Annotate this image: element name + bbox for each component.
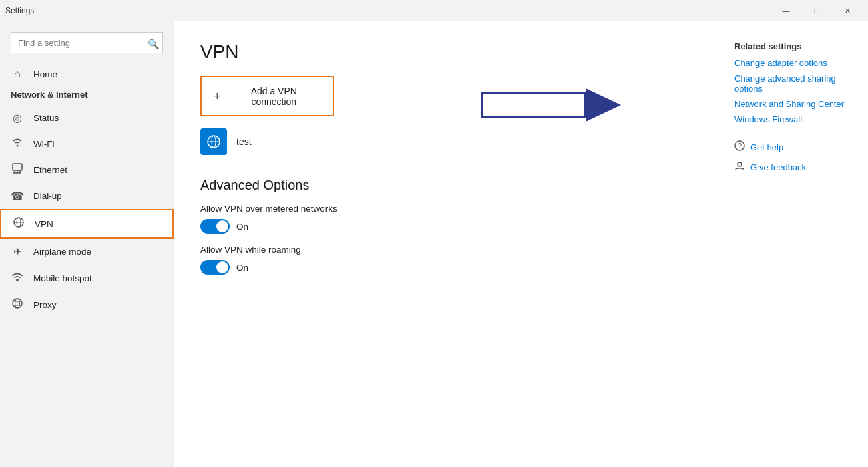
titlebar: Settings — □ ✕ [0,0,868,21]
dialup-icon: ☎ [11,190,24,202]
svg-rect-12 [482,93,586,117]
app-title: Settings [5,6,34,15]
roaming-toggle-row: On [200,260,694,275]
hotspot-label: Mobile hotspot [33,273,92,283]
search-input[interactable] [11,32,163,53]
vpn-connection-icon [200,128,227,155]
related-link-adapter[interactable]: Change adapter options [734,58,855,68]
svg-rect-0 [13,164,22,170]
svg-point-9 [15,299,20,308]
svg-point-18 [738,162,742,166]
sidebar-item-proxy[interactable]: Proxy [0,291,174,318]
roaming-label: Allow VPN while roaming [200,245,694,255]
vpn-connection-item[interactable]: test [200,122,694,162]
section-label: Network & Internet [0,87,174,105]
close-button[interactable]: ✕ [832,0,863,21]
window-controls: — □ ✕ [771,0,863,21]
related-link-firewall[interactable]: Windows Firewall [734,114,855,124]
sidebar-item-airplane[interactable]: ✈ Airplane mode [0,239,174,265]
metered-toggle-row: On [200,219,694,234]
add-vpn-button[interactable]: + Add a VPN connection [200,76,334,116]
sidebar-item-hotspot[interactable]: Mobile hotspot [0,265,174,291]
main-content: VPN + Add a VPN connection test [174,21,721,467]
sidebar-item-wifi[interactable]: Wi-Fi [0,131,174,156]
svg-point-7 [16,279,19,281]
home-icon: ⌂ [11,68,24,80]
search-icon-button[interactable]: 🔍 [148,39,159,49]
option-metered-networks: Allow VPN over metered networks On [200,204,694,234]
get-help-item[interactable]: ? Get help [734,140,855,154]
give-feedback-item[interactable]: Give feedback [734,160,855,174]
get-help-link[interactable]: Get help [750,142,783,152]
minimize-button[interactable]: — [771,0,801,21]
svg-text:?: ? [738,142,742,150]
app-container: 🔍 ⌂ Home Network & Internet ◎ Status Wi-… [0,21,868,467]
metered-networks-label: Allow VPN over metered networks [200,204,694,214]
vpn-icon [12,217,25,230]
proxy-label: Proxy [33,300,57,310]
metered-networks-toggle[interactable] [200,219,230,234]
airplane-label: Airplane mode [33,247,91,257]
proxy-icon [11,298,24,311]
option-roaming: Allow VPN while roaming On [200,245,694,275]
wifi-icon [11,138,24,150]
maximize-button[interactable]: □ [801,0,832,21]
sidebar: 🔍 ⌂ Home Network & Internet ◎ Status Wi-… [0,21,174,467]
add-vpn-label: Add a VPN connection [228,86,320,107]
plus-icon: + [214,90,221,104]
svg-marker-13 [586,88,621,122]
status-icon: ◎ [11,112,24,124]
status-label: Status [33,113,59,123]
search-container: 🔍 [0,27,174,61]
hotspot-icon [11,271,24,285]
svg-point-8 [13,299,22,308]
ethernet-label: Ethernet [33,165,67,175]
arrow-annotation [481,85,621,128]
home-label: Home [33,69,57,80]
metered-toggle-text: On [236,222,248,232]
related-link-sharing[interactable]: Change advanced sharing options [734,73,855,94]
related-link-network-center[interactable]: Network and Sharing Center [734,99,855,109]
ethernet-icon [11,163,24,176]
vpn-label: VPN [35,219,53,229]
vpn-connection-name: test [236,136,252,147]
wifi-label: Wi-Fi [33,139,54,149]
get-help-icon: ? [734,140,745,154]
right-panel: Related settings Change adapter options … [721,21,868,467]
sidebar-item-home[interactable]: ⌂ Home [0,61,174,87]
related-settings-title: Related settings [734,41,855,51]
roaming-toggle[interactable] [200,260,230,275]
help-section: ? Get help Give feedback [734,140,855,174]
roaming-toggle-text: On [236,263,248,273]
airplane-icon: ✈ [11,245,24,258]
give-feedback-link[interactable]: Give feedback [750,162,806,172]
dialup-label: Dial-up [33,191,62,201]
page-title: VPN [200,41,694,63]
sidebar-item-vpn[interactable]: VPN [0,209,174,239]
sidebar-item-ethernet[interactable]: Ethernet [0,156,174,183]
sidebar-item-dialup[interactable]: ☎ Dial-up [0,183,174,209]
advanced-options-title: Advanced Options [200,178,694,193]
feedback-icon [734,160,745,174]
sidebar-item-status[interactable]: ◎ Status [0,105,174,131]
